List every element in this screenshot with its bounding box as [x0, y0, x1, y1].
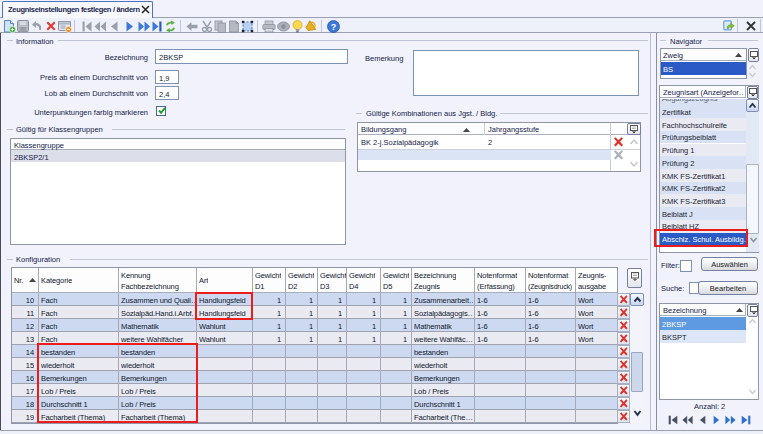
svg-text:?: ?: [331, 22, 337, 32]
